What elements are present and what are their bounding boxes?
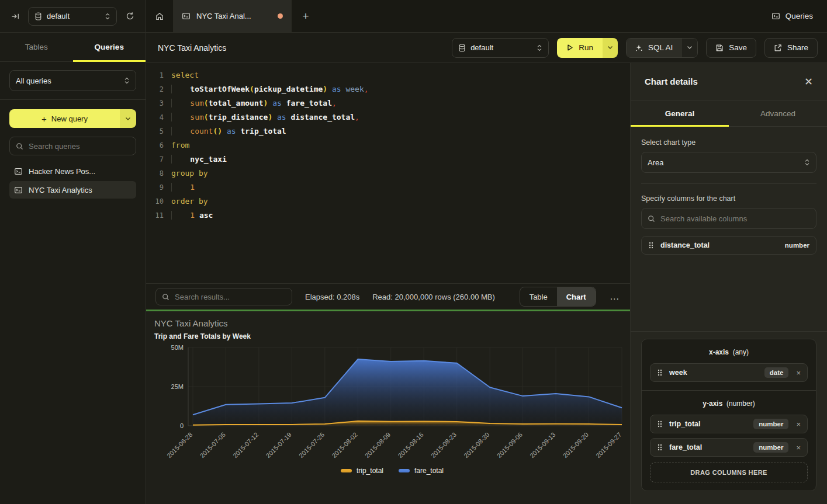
save-button[interactable]: Save (706, 38, 756, 58)
view-toggle-table[interactable]: Table (520, 287, 557, 306)
drag-handle-icon[interactable] (657, 369, 663, 377)
chart-title: NYC Taxi Analytics (154, 318, 630, 328)
axes-config-box: x-axis (any) weekdate× y-axis (number) t… (641, 339, 816, 491)
view-toggle-chart[interactable]: Chart (557, 287, 596, 306)
column-type-badge: number (785, 242, 809, 249)
editor-line: 11 1 asc (146, 208, 630, 223)
editor-code-line: order by (164, 194, 208, 208)
chart-type-select[interactable]: Area (641, 152, 816, 173)
drag-handle-icon[interactable] (657, 443, 663, 451)
top-bar: default NYC Taxi Anal... + (0, 0, 827, 33)
tab-advanced[interactable]: Advanced (729, 100, 827, 126)
sql-ai-button[interactable]: SQL AI (627, 39, 681, 57)
legend-item-fare_total[interactable]: fare_total (399, 467, 444, 475)
line-number: 6 (146, 138, 164, 152)
editor-line: 3 sum(total_amount) as fare_total, (146, 96, 630, 110)
new-tab-button[interactable]: + (292, 0, 320, 32)
new-query-label: New query (51, 114, 88, 123)
query-filter-select[interactable]: All queries (9, 70, 136, 91)
search-icon (16, 142, 23, 150)
y-axis-column-row[interactable]: fare_totalnumber× (650, 438, 808, 457)
y-axis-title-text: y-axis (703, 399, 722, 408)
home-button[interactable] (146, 0, 174, 32)
line-number: 2 (146, 82, 164, 96)
drop-zone[interactable]: DRAG COLUMNS HERE (650, 463, 808, 482)
spacer (631, 255, 827, 331)
share-button[interactable]: Share (764, 38, 818, 58)
tab-nyc-taxi-analytics[interactable]: NYC Taxi Anal... (174, 0, 292, 32)
line-number: 10 (146, 194, 164, 208)
chart-details-title: Chart details (645, 77, 698, 86)
y-axis-title: y-axis (number) (650, 399, 808, 408)
chart-panel: NYC Taxi Analytics Trip and Fare Totals … (146, 311, 630, 504)
more-icon: ... (610, 291, 620, 301)
y-axis-rows: trip_totalnumber×fare_totalnumber× (650, 415, 808, 457)
chart-subtitle: Trip and Fare Totals by Week (154, 332, 630, 340)
query-list-item[interactable]: Hacker News Pos... (9, 162, 136, 180)
close-icon: ✕ (804, 76, 813, 88)
left-sidebar: Tables Queries All queries + New query H… (0, 33, 146, 504)
tab-label: NYC Taxi Anal... (196, 12, 251, 20)
y-tick-label: 50M (171, 344, 184, 351)
page-title: NYC Taxi Analytics (158, 43, 226, 53)
column-name: week (669, 369, 687, 377)
query-list-item[interactable]: NYC Taxi Analytics (9, 181, 136, 199)
chart-details-header: Chart details ✕ (631, 63, 827, 100)
column-name: fare_total (669, 443, 702, 451)
run-database-selector[interactable]: default (452, 38, 549, 58)
y-axis-column-row[interactable]: trip_totalnumber× (650, 415, 808, 433)
legend-item-trip_total[interactable]: trip_total (341, 467, 383, 475)
legend-swatch (399, 469, 410, 472)
divider (631, 331, 827, 332)
editor-code-line: 1 (164, 180, 195, 194)
editor-code-line: count() as trip_total (164, 124, 286, 138)
x-axis-column-row[interactable]: weekdate× (650, 363, 808, 382)
run-dropdown-button[interactable] (603, 38, 618, 58)
more-options-button[interactable]: ... (609, 291, 621, 302)
editor-line: 4 sum(trip_distance) as distance_total, (146, 110, 630, 124)
sql-ai-label: SQL AI (648, 43, 673, 52)
line-number: 9 (146, 180, 164, 194)
line-number: 5 (146, 124, 164, 138)
drag-handle-icon[interactable] (648, 241, 654, 249)
y-tick-label: 25M (171, 383, 184, 390)
new-query-button[interactable]: + New query (9, 109, 120, 128)
database-selector-value: default (47, 12, 70, 20)
close-panel-button[interactable]: ✕ (804, 77, 813, 87)
queries-shortcut-button[interactable]: Queries (757, 0, 827, 32)
remove-column-button[interactable]: × (795, 420, 801, 429)
run-button[interactable]: Run (557, 38, 603, 58)
sql-ai-dropdown-button[interactable] (681, 39, 697, 57)
save-label: Save (729, 43, 747, 52)
sidebar-tab-tables[interactable]: Tables (0, 33, 73, 61)
refresh-button[interactable] (123, 9, 137, 23)
x-tick-label: 2015-08-16 (396, 431, 424, 459)
tab-strip: NYC Taxi Anal... + Queries (146, 0, 827, 32)
x-tick-label: 2015-09-06 (496, 431, 524, 459)
remove-column-button[interactable]: × (795, 443, 801, 452)
query-list: Hacker News Pos...NYC Taxi Analytics (0, 162, 146, 199)
editor-code-line: group by (164, 166, 208, 180)
remove-column-button[interactable]: × (795, 369, 801, 377)
x-tick-label: 2015-09-13 (528, 431, 556, 459)
query-filter-value: All queries (16, 77, 51, 85)
tab-general[interactable]: General (631, 100, 729, 126)
line-number: 4 (146, 110, 164, 124)
search-results-input[interactable] (175, 293, 286, 301)
database-selector[interactable]: default (28, 7, 117, 26)
legend-label: trip_total (357, 467, 383, 475)
search-queries-input[interactable] (29, 142, 130, 151)
available-column-row[interactable]: distance_totalnumber (641, 236, 816, 255)
new-query-dropdown-button[interactable] (120, 109, 136, 128)
search-columns-input[interactable] (660, 214, 810, 223)
editor-line: 7 nyc_taxi (146, 152, 630, 166)
x-tick-label: 2015-08-02 (330, 431, 358, 459)
drag-handle-icon[interactable] (657, 420, 663, 428)
sidebar-tab-queries[interactable]: Queries (73, 33, 146, 61)
search-results-box (155, 288, 292, 305)
collapse-sidebar-button[interactable] (8, 9, 22, 23)
sql-editor[interactable]: 1select2 toStartOfWeek(pickup_datetime) … (146, 63, 630, 283)
legend-label: fare_total (414, 467, 444, 475)
column-type-badge: number (753, 419, 788, 429)
area-chart[interactable]: 025M50M2015-06-282015-07-052015-07-12201… (154, 342, 630, 475)
